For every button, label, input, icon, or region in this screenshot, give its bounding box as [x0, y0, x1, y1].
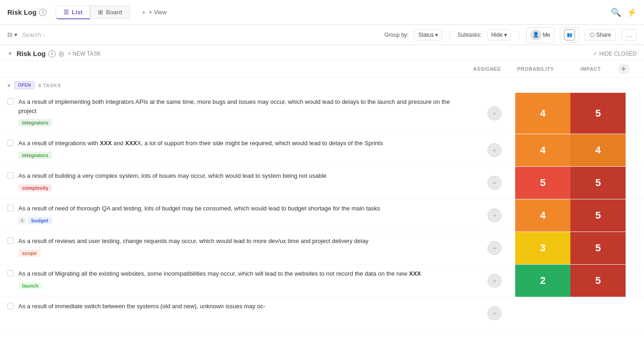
probability-cell[interactable]: 2 [515, 265, 570, 297]
tag-budget[interactable]: budget [28, 217, 52, 224]
task-tags-row: launch [18, 280, 466, 289]
assignee-avatar[interactable]: + [488, 143, 501, 157]
section-info-icon[interactable]: i [48, 50, 56, 57]
subtasks-dropdown[interactable]: Hide ▾ [487, 29, 511, 40]
impact-cell[interactable]: 5 [570, 232, 626, 264]
title-info-icon[interactable]: i [39, 9, 46, 16]
impact-cell[interactable]: 5 [570, 93, 626, 134]
group-open-row: ▾ OPEN 8 TASKS [0, 78, 644, 93]
task-text: As a result of reviews and user testing,… [18, 237, 466, 246]
task-assignee: + [474, 265, 515, 297]
assignee-avatar[interactable]: + [488, 209, 501, 222]
chevron-down-icon-2: ▾ [504, 32, 507, 38]
assignee-avatar[interactable]: + [488, 176, 501, 190]
add-col [626, 265, 644, 297]
top-bar: Risk Log i ☰ List ⊞ Board ＋ + View 🔍 ⚡ [0, 0, 644, 25]
app-title: Risk Log i [7, 8, 46, 16]
user-avatar-icon: 👤 [530, 29, 541, 40]
lightning-icon[interactable]: ⚡ [627, 7, 637, 17]
subtask-count-badge: 4 [18, 217, 26, 224]
add-assignee-icon: + [493, 147, 496, 154]
assignee-avatar[interactable]: + [488, 241, 501, 255]
task-checkbox[interactable] [7, 140, 14, 146]
probability-cell[interactable]: 5 [515, 167, 570, 199]
open-status-badge: OPEN [14, 81, 34, 89]
impact-cell[interactable]: 5 [570, 199, 626, 232]
divider-1 [449, 30, 450, 40]
group-by-label: Group by: [385, 32, 409, 38]
target-icon[interactable]: ◎ [58, 50, 64, 57]
tag-complexity[interactable]: complexity [18, 184, 52, 192]
task-checkbox[interactable] [7, 172, 14, 179]
tag-integrators[interactable]: integrators [18, 152, 52, 159]
task-tags-row: 4budget [18, 215, 466, 225]
group-users-icon: 👥 [564, 29, 575, 40]
task-assignee: + [474, 297, 515, 329]
impact-cell[interactable]: 5 [570, 265, 626, 297]
group-by-dropdown[interactable]: Status ▾ [414, 29, 442, 40]
impact-cell[interactable]: 4 [570, 134, 626, 166]
probability-cell[interactable] [515, 297, 570, 329]
tag-launch[interactable]: launch [18, 282, 42, 289]
task-checkbox[interactable] [7, 270, 14, 277]
impact-cell[interactable]: 5 [570, 167, 626, 199]
add-assignee-icon: + [493, 244, 496, 252]
title-text: Risk Log [7, 8, 36, 16]
section-collapse-icon[interactable]: ▼ [7, 51, 13, 57]
add-column-button[interactable]: + [618, 63, 629, 74]
probability-cell[interactable]: 4 [515, 134, 570, 166]
probability-cell[interactable]: 4 [515, 199, 570, 232]
task-checkbox[interactable] [7, 303, 14, 309]
section-header: ▼ Risk Log i ◎ + NEW TASK ✓ HIDE CLOSED [0, 45, 644, 61]
search-icon[interactable]: 🔍 [611, 7, 621, 17]
search-box[interactable]: Search - [22, 31, 160, 38]
add-assignee-icon: + [493, 179, 496, 187]
task-tags-row: integrators [18, 150, 466, 159]
task-text: As a result of building a very complex s… [18, 171, 466, 181]
assignee-avatar[interactable]: + [488, 274, 501, 288]
filter-button[interactable]: ⊟ ▾ [7, 31, 17, 38]
task-checkbox[interactable] [7, 98, 14, 105]
new-task-button[interactable]: + NEW TASK [68, 51, 101, 57]
group-users-button[interactable]: 👥 [560, 27, 579, 43]
tag-integrators[interactable]: integrators [18, 119, 52, 126]
impact-cell[interactable] [570, 297, 626, 329]
task-checkbox[interactable] [7, 238, 14, 244]
task-assignee: + [474, 134, 515, 166]
probability-cell[interactable]: 4 [515, 93, 570, 134]
add-col [626, 232, 644, 264]
add-view-button[interactable]: ＋ + View [135, 6, 172, 19]
add-col [626, 93, 644, 134]
section-title: Risk Log i ◎ [17, 50, 64, 57]
assignee-avatar[interactable]: + [488, 107, 501, 120]
add-assignee-icon: + [493, 212, 496, 219]
assignee-avatar[interactable]: + [488, 306, 501, 320]
add-assignee-icon: + [493, 110, 496, 117]
hide-closed-button[interactable]: ✓ HIDE CLOSED [593, 51, 637, 57]
task-row: As a result of integrations with XXX and… [0, 134, 644, 167]
task-text: As a result of integrations with XXX and… [18, 139, 466, 148]
task-tags-row: integrators [18, 117, 466, 126]
tasks-count: 8 TASKS [38, 83, 61, 88]
task-row: As a result of immediate switch between … [0, 297, 644, 330]
task-text: As a result of Migrating all the existin… [18, 269, 466, 278]
view-tabs: ☰ List ⊞ Board [56, 6, 130, 19]
task-text: As a result of need of thorough QA and t… [18, 204, 466, 213]
tab-list[interactable]: ☰ List [56, 6, 90, 19]
me-button[interactable]: 👤 Me [526, 27, 555, 43]
task-assignee: + [474, 232, 515, 264]
col-header-impact: IMPACT [563, 66, 618, 72]
task-checkbox[interactable] [7, 205, 14, 211]
probability-cell[interactable]: 3 [515, 232, 570, 264]
toolbar: ⊟ ▾ Search - Group by: Status ▾ Subtasks… [0, 25, 644, 45]
task-tags-row: scope [18, 248, 466, 257]
task-row: As a result of need of thorough QA and t… [0, 199, 644, 232]
task-tags-row: complexity [18, 182, 466, 192]
group-collapse-button[interactable]: ▾ [7, 82, 11, 89]
tag-scope[interactable]: scope [18, 249, 40, 257]
tab-board[interactable]: ⊞ Board [90, 6, 130, 19]
task-assignee: + [474, 199, 515, 232]
task-assignee: + [474, 93, 515, 134]
more-button[interactable]: ... [621, 29, 637, 41]
share-button[interactable]: ⬡ Share [585, 29, 616, 40]
